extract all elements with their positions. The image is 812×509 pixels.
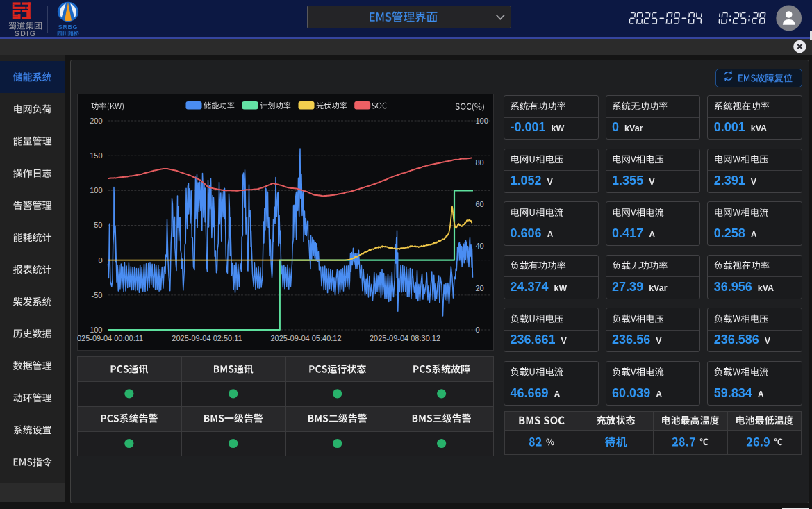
svg-text:2025-09-04 02:50:11: 2025-09-04 02:50:11 bbox=[172, 334, 242, 342]
svg-text:100: 100 bbox=[475, 117, 488, 125]
svg-text:200: 200 bbox=[90, 117, 102, 125]
svg-text:-50: -50 bbox=[91, 291, 102, 299]
svg-text:80: 80 bbox=[475, 158, 483, 167]
svg-text:2025-09-04 05:40:12: 2025-09-04 05:40:12 bbox=[270, 334, 341, 342]
svg-text:-100: -100 bbox=[87, 326, 102, 334]
svg-text:2025-09-04 08:30:12: 2025-09-04 08:30:12 bbox=[369, 334, 440, 342]
svg-text:0: 0 bbox=[475, 326, 479, 334]
svg-text:40: 40 bbox=[475, 242, 483, 250]
svg-text:100: 100 bbox=[90, 186, 102, 194]
svg-text:20: 20 bbox=[475, 284, 483, 292]
svg-text:60: 60 bbox=[475, 200, 483, 208]
svg-text:150: 150 bbox=[90, 151, 102, 160]
svg-text:0: 0 bbox=[98, 256, 102, 265]
svg-text:50: 50 bbox=[94, 221, 102, 229]
svg-text:2025-09-04 00:00:11: 2025-09-04 00:00:11 bbox=[77, 334, 143, 342]
